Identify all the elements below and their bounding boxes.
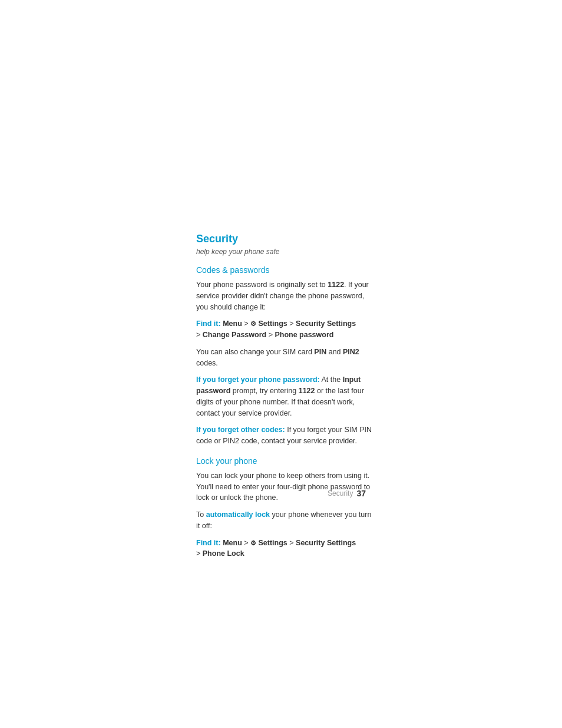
also-text-1: You can also change your SIM card xyxy=(196,348,314,356)
codes-intro-text: Your phone password is originally set to… xyxy=(196,279,373,312)
find-it-block-2: Find it: Menu > ⚙ Settings > Security Se… xyxy=(196,538,373,560)
forgot-phone-text-2: prompt, try entering xyxy=(230,387,298,395)
find-it-block-1: Find it: Menu > ⚙ Settings > Security Se… xyxy=(196,318,373,341)
lock-arrow-2: > xyxy=(287,539,296,547)
find-it-menu-1: Menu xyxy=(223,319,242,328)
lock-text-2: To automatically lock your phone wheneve… xyxy=(196,509,373,532)
also-change-sim: You can also change your SIM card PIN an… xyxy=(196,347,373,369)
lock-subsection: Lock your phone You can lock your phone … xyxy=(196,456,373,559)
find-it-settings-1: Settings xyxy=(256,319,287,328)
lock-text-2-pre: To xyxy=(196,510,206,519)
lock-arrow-3: > xyxy=(196,549,203,558)
page-footer: Security 37 xyxy=(328,489,366,498)
footer-page-number: 37 xyxy=(356,489,366,498)
arrow-3: > xyxy=(196,331,203,339)
codes-subsection-title: Codes & passwords xyxy=(196,265,373,275)
footer-section-name: Security xyxy=(328,489,353,498)
forgot-phone-code: 1122 xyxy=(299,387,315,395)
forgot-codes-block: If you forget other codes: If you forget… xyxy=(196,424,373,447)
also-text-2: and xyxy=(326,348,343,356)
find-it-security-settings-1: Security Settings xyxy=(296,319,356,328)
also-pin2: PIN2 xyxy=(343,348,359,356)
page: Security help keep your phone safe Codes… xyxy=(0,0,562,728)
lock-auto-lock-link: automatically lock xyxy=(206,510,270,519)
forgot-phone-password-block: If you forget your phone password: At th… xyxy=(196,374,373,419)
also-pin: PIN xyxy=(314,348,326,356)
find-it-menu-2: Menu xyxy=(223,539,242,547)
intro-code: 1122 xyxy=(328,281,344,289)
content-area: Security help keep your phone safe Codes… xyxy=(196,233,373,565)
settings-gear-icon-1: ⚙ xyxy=(250,319,256,329)
section-title: Security xyxy=(196,233,373,245)
arrow-4: > xyxy=(266,331,275,339)
lock-text-1: You can lock your phone to keep others f… xyxy=(196,470,373,503)
find-it-change-password: Change Password xyxy=(203,331,266,339)
arrow-1: > xyxy=(242,319,250,328)
lock-arrow-1: > xyxy=(242,539,250,547)
arrow-2: > xyxy=(287,319,296,328)
find-it-settings-2: Settings xyxy=(256,539,287,547)
find-it-label-1: Find it: xyxy=(196,319,221,328)
find-it-security-settings-2: Security Settings xyxy=(296,539,356,547)
section-subtitle: help keep your phone safe xyxy=(196,248,373,256)
forgot-phone-label: If you forget your phone password: xyxy=(196,375,320,384)
lock-subsection-title: Lock your phone xyxy=(196,456,373,466)
forgot-codes-label: If you forget other codes: xyxy=(196,426,285,434)
intro-text-1: Your phone password is originally set to xyxy=(196,281,328,289)
find-it-label-2: Find it: xyxy=(196,539,221,547)
forgot-phone-text-1: At the xyxy=(320,375,343,384)
settings-gear-icon-2: ⚙ xyxy=(250,538,256,548)
find-it-phone-lock: Phone Lock xyxy=(203,549,244,558)
find-it-phone-password: Phone password xyxy=(275,331,333,339)
also-text-3: codes. xyxy=(196,359,218,367)
